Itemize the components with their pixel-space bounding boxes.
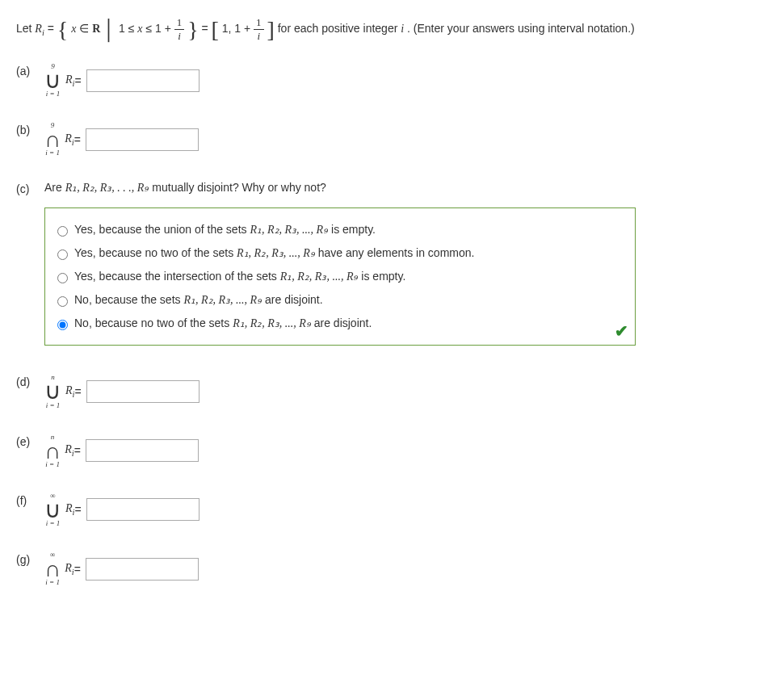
fraction-1-over-i-2: 1 i [254,16,264,43]
part-a-label: (a) [16,63,44,78]
part-e-label: (e) [16,434,44,448]
answer-input-d[interactable] [86,380,200,403]
option-3: Yes, because the intersection of the set… [53,265,627,288]
R-var: Ri [35,23,44,35]
part-b: (b) 9 ∩ i = 1 Ri = [16,122,761,157]
answer-input-g[interactable] [86,558,199,581]
part-g: (g) ∞ ∩ i = 1 Ri = [16,551,761,586]
problem-definition: Let Ri = { x ∈ R │ 1 ≤ x ≤ 1 + 1 i } = [… [16,16,761,43]
union-operator-n: n ∪ i = 1 [44,374,61,409]
option-1: Yes, because the union of the sets R₁, R… [53,218,627,241]
answer-input-e[interactable] [86,439,199,462]
answer-input-f[interactable] [86,498,200,521]
let-text: Let [16,22,35,35]
part-c-label: (c) [16,181,44,195]
part-c: (c) Are R₁, R₂, R₃, . . ., R₉ mutually d… [16,181,761,346]
part-g-label: (g) [16,551,44,566]
part-a: (a) 9 ∪ i = 1 Ri = [16,63,761,98]
correct-checkmark-icon: ✔ [615,321,628,341]
union-operator-inf: ∞ ∪ i = 1 [44,493,61,527]
union-operator: 9 ∪ i = 1 [44,63,61,98]
part-d: (d) n ∪ i = 1 Ri = [16,374,761,409]
radio-option-2[interactable] [57,249,68,260]
answer-input-a[interactable] [86,69,200,92]
part-b-label: (b) [16,122,44,136]
radio-option-4[interactable] [57,296,68,307]
part-f: (f) ∞ ∪ i = 1 Ri = [16,493,761,527]
part-c-question: Are R₁, R₂, R₃, . . ., R₉ mutually disjo… [44,181,326,195]
fraction-1-over-i: 1 i [174,16,185,43]
option-2: Yes, because no two of the sets R₁, R₂, … [53,241,627,265]
radio-option-1[interactable] [57,226,68,237]
option-4: No, because the sets R₁, R₂, R₃, ..., R₉… [53,288,627,312]
intersection-operator: 9 ∩ i = 1 [44,122,61,157]
radio-option-5[interactable] [57,320,68,330]
options-container: Yes, because the union of the sets R₁, R… [44,207,636,346]
option-5: No, because no two of the sets R₁, R₂, R… [53,312,627,335]
part-e: (e) n ∩ i = 1 Ri = [16,434,761,468]
intersection-operator-inf: ∞ ∩ i = 1 [44,551,61,586]
intersection-operator-n: n ∩ i = 1 [44,434,61,468]
answer-input-b[interactable] [86,128,199,151]
part-f-label: (f) [16,493,44,507]
radio-option-3[interactable] [57,273,68,283]
part-d-label: (d) [16,374,44,388]
